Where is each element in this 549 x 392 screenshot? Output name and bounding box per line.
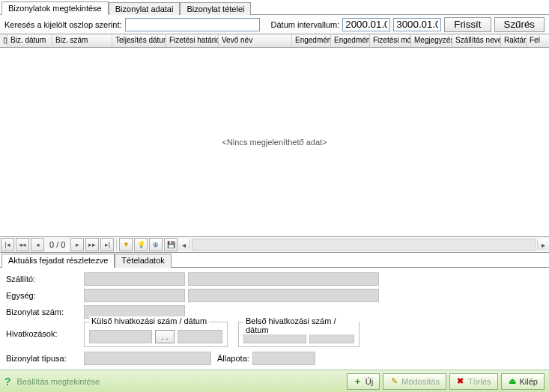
delete-button[interactable]: ✖Törlés bbox=[449, 373, 498, 390]
col-biz-datum[interactable]: Biz. dátum bbox=[7, 34, 52, 47]
grid-header: ▯ Biz. dátum Biz. szám Teljesítés dátum … bbox=[0, 34, 549, 48]
nav-counter: 0 / 0 bbox=[45, 240, 70, 249]
group-kulso-hiv: Külső hivatkozási szám / dátum . . bbox=[84, 322, 228, 347]
refresh-button[interactable]: Frissít bbox=[444, 17, 491, 32]
legend-belso: Belső hivatkozási szám / dátum bbox=[243, 316, 359, 334]
plus-icon: ＋ bbox=[354, 377, 363, 386]
field-biz-tipus bbox=[84, 352, 211, 365]
label-hivatkozasok: Hivatkozások: bbox=[6, 322, 81, 338]
help-icon[interactable]: ? bbox=[4, 376, 11, 388]
date-to-input[interactable] bbox=[393, 18, 441, 31]
nav-last-button[interactable]: ▸| bbox=[100, 238, 114, 251]
col-fiz-mod[interactable]: Fizetési mód bbox=[370, 34, 411, 47]
field-egyseg-name bbox=[188, 289, 379, 302]
detail-panel: Szállító: Egység: Bizonylat szám: Hivatk… bbox=[0, 268, 549, 370]
filter-button[interactable]: Szűrés bbox=[494, 17, 545, 32]
bottom-tab-bar: Aktuális fejadat részletezve Tételadatok bbox=[0, 253, 549, 268]
delete-icon: ✖ bbox=[456, 377, 465, 386]
pencil-icon: ✎ bbox=[389, 377, 398, 386]
col-fiz-hatar[interactable]: Fizetési határidő bbox=[166, 34, 219, 47]
col-telj-datum[interactable]: Teljesítés dátum bbox=[112, 34, 166, 47]
search-input[interactable] bbox=[125, 18, 260, 31]
kulso-lookup-button[interactable]: . . bbox=[155, 330, 175, 343]
label-szallito: Szállító: bbox=[6, 275, 81, 284]
exit-button[interactable]: ⏏Kilép bbox=[501, 373, 545, 390]
grid-empty-text: <Nincs megjeleníthető adat> bbox=[222, 138, 327, 147]
date-interval-label: Dátum intervallum: bbox=[271, 20, 340, 29]
tab-item-data[interactable]: Tételadatok bbox=[115, 254, 171, 268]
search-bar: Keresés a kijelölt oszlop szerint: Dátum… bbox=[0, 15, 549, 34]
col-megj[interactable]: Megjegyzés bbox=[411, 34, 452, 47]
top-tab-bar: Bizonylatok megtekintése Bizonylat adata… bbox=[0, 0, 549, 15]
date-from-input[interactable] bbox=[342, 18, 390, 31]
grid-row-indicator[interactable]: ▯ bbox=[0, 34, 7, 47]
data-grid: ▯ Biz. dátum Biz. szám Teljesítés dátum … bbox=[0, 34, 549, 236]
tab-document-items[interactable]: Bizonylat tételei bbox=[180, 2, 251, 15]
field-kulso-datum bbox=[178, 330, 222, 343]
field-kulso-szam bbox=[89, 330, 152, 343]
tab-header-detail[interactable]: Aktuális fejadat részletezve bbox=[1, 254, 115, 268]
tab-documents-view[interactable]: Bizonylatok megtekintése bbox=[1, 1, 109, 15]
new-button[interactable]: ＋Új bbox=[347, 373, 380, 390]
edit-button[interactable]: ✎Módosítás bbox=[383, 373, 446, 390]
footer-hint: Beállítás megtekintése bbox=[17, 377, 100, 386]
search-label: Keresés a kijelölt oszlop szerint: bbox=[4, 20, 122, 29]
nav-next-page-button[interactable]: ▸▸ bbox=[85, 238, 99, 251]
label-biz-szam: Bizonylat szám: bbox=[6, 307, 81, 316]
grid-body[interactable]: <Nincs megjeleníthető adat> bbox=[0, 48, 549, 236]
nav-bulb-icon[interactable]: 💡 bbox=[134, 238, 148, 251]
legend-kulso: Külső hivatkozási szám / dátum bbox=[89, 316, 209, 325]
hscroll-left[interactable]: ◂ bbox=[178, 239, 190, 250]
field-egyseg-code bbox=[84, 289, 185, 302]
field-szallito-code bbox=[84, 272, 185, 286]
col-engedmeny1[interactable]: Engedmény bbox=[292, 34, 331, 47]
nav-prev-button[interactable]: ◂ bbox=[31, 238, 44, 251]
footer-bar: ? Beállítás megtekintése ＋Új ✎Módosítás … bbox=[0, 370, 549, 392]
col-szall-neve[interactable]: Szállítás neve bbox=[452, 34, 501, 47]
col-fel[interactable]: Fel bbox=[527, 34, 549, 47]
col-vevo-nev[interactable]: Vevő név bbox=[219, 34, 292, 47]
group-belso-hiv: Belső hivatkozási szám / dátum bbox=[238, 322, 360, 347]
label-egyseg: Egység: bbox=[6, 291, 81, 300]
nav-globe-icon[interactable]: ⊕ bbox=[149, 238, 163, 251]
field-allapot bbox=[252, 352, 315, 365]
exit-icon: ⏏ bbox=[508, 377, 517, 386]
col-engedmeny2[interactable]: Engedmény bbox=[331, 34, 370, 47]
hscroll-right[interactable]: ▸ bbox=[537, 239, 549, 250]
nav-prev-page-button[interactable]: ◂◂ bbox=[16, 238, 29, 251]
nav-first-button[interactable]: |◂ bbox=[1, 238, 14, 251]
field-szallito-name bbox=[188, 272, 379, 286]
col-raktar[interactable]: Raktár bbox=[501, 34, 527, 47]
navigator-bar: |◂ ◂◂ ◂ 0 / 0 ▸ ▸▸ ▸| ▼ 💡 ⊕ 💾 ◂ ▸ bbox=[0, 236, 549, 253]
nav-save-icon[interactable]: 💾 bbox=[164, 238, 178, 251]
hscroll-track[interactable] bbox=[192, 239, 536, 251]
nav-next-button[interactable]: ▸ bbox=[70, 238, 84, 251]
label-biz-tipus: Bizonylat típusa: bbox=[6, 354, 81, 363]
col-biz-szam[interactable]: Biz. szám bbox=[52, 34, 112, 47]
label-allapot: Állapota: bbox=[217, 354, 249, 363]
nav-filter-icon[interactable]: ▼ bbox=[119, 238, 133, 251]
tab-document-data[interactable]: Bizonylat adatai bbox=[109, 2, 181, 15]
